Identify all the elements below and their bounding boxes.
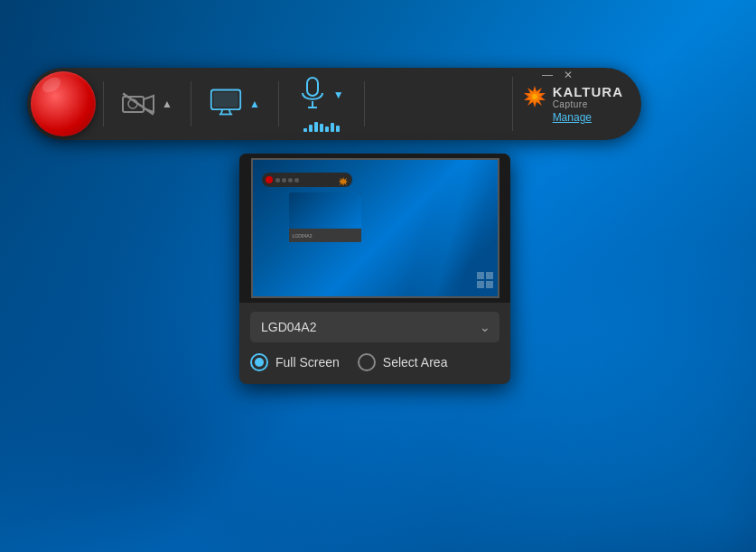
manage-link[interactable]: Manage	[553, 111, 592, 124]
select-area-label: Select Area	[383, 355, 448, 370]
mic-bar-1	[303, 128, 307, 132]
minimize-button[interactable]: —	[542, 70, 553, 80]
mini-dot-4	[294, 178, 299, 182]
mini-monitor-label: LGD04A2	[293, 233, 313, 239]
mini-desktop-preview: LGD04A2	[251, 158, 499, 298]
svg-rect-19	[486, 281, 493, 288]
full-screen-label: Full Screen	[275, 355, 340, 370]
kaltura-brand: KALTURA Capture Manage	[512, 77, 641, 131]
svg-point-14	[532, 94, 537, 99]
camera-icon	[122, 92, 154, 116]
divider-3	[278, 81, 279, 126]
mini-kaltura-logo	[338, 174, 349, 185]
kaltura-text: KALTURA Capture	[553, 84, 623, 109]
svg-rect-16	[477, 272, 484, 279]
mini-toolbar-dots	[275, 178, 299, 182]
mini-dot-1	[275, 178, 280, 182]
mic-bar-2	[309, 125, 313, 132]
screen-preview: LGD04A2	[239, 154, 510, 303]
close-button[interactable]: ✕	[564, 70, 573, 80]
mini-windows-logo	[476, 271, 494, 293]
mic-bar-6	[331, 123, 334, 132]
monitor-icon	[210, 89, 242, 119]
mini-dot-3	[288, 178, 293, 182]
mic-level-bars	[303, 121, 340, 132]
mini-screen-sel-preview	[289, 192, 361, 229]
screen-chevron: ▲	[249, 98, 260, 110]
svg-rect-9	[307, 78, 318, 96]
mini-toolbar	[262, 173, 352, 187]
camera-section[interactable]: ▲	[111, 92, 183, 116]
divider-2	[191, 81, 191, 126]
svg-rect-5	[213, 92, 238, 107]
kaltura-brand-name: KALTURA	[553, 84, 623, 99]
mini-screen-sel-bar: LGD04A2	[289, 229, 361, 242]
screen-section[interactable]: ▲	[199, 89, 271, 119]
mic-bar-4	[320, 124, 323, 132]
mini-rec-dot	[266, 176, 273, 183]
record-button[interactable]	[31, 71, 96, 136]
mini-dot-2	[282, 178, 286, 182]
full-screen-option[interactable]: Full Screen	[250, 353, 340, 371]
mini-desktop-bg: LGD04A2	[253, 160, 498, 296]
window-controls: — ✕	[542, 70, 573, 80]
screen-selector-controls: LGD04A2 ⌄ Full Screen Select Area	[239, 303, 510, 384]
mic-bar-5	[325, 126, 329, 132]
mic-bar-7	[336, 126, 340, 132]
mic-chevron: ▼	[333, 89, 344, 101]
svg-marker-15	[339, 177, 348, 186]
monitor-select-value: LGD04A2	[261, 320, 316, 334]
svg-rect-18	[477, 281, 484, 288]
kaltura-logo-row: KALTURA Capture	[522, 84, 623, 109]
monitor-select-box[interactable]: LGD04A2	[250, 312, 499, 342]
mic-bar-3	[314, 122, 318, 132]
mic-icon	[299, 77, 326, 113]
kaltura-capture-label: Capture	[553, 99, 623, 109]
divider-4	[364, 81, 365, 126]
screen-dropdown-panel: LGD04A2 LG	[239, 154, 510, 384]
select-area-option[interactable]: Select Area	[358, 353, 448, 371]
mic-section[interactable]: ▼	[286, 71, 357, 137]
kaltura-logo-icon	[522, 84, 547, 109]
monitor-select-wrapper[interactable]: LGD04A2 ⌄	[250, 312, 499, 342]
full-screen-radio[interactable]	[250, 353, 268, 371]
capture-options: Full Screen Select Area	[250, 353, 499, 371]
select-area-radio[interactable]	[358, 353, 376, 371]
divider-1	[103, 81, 104, 126]
camera-chevron: ▲	[162, 98, 173, 110]
svg-rect-17	[486, 272, 493, 279]
mini-screen-selector: LGD04A2	[289, 192, 361, 242]
